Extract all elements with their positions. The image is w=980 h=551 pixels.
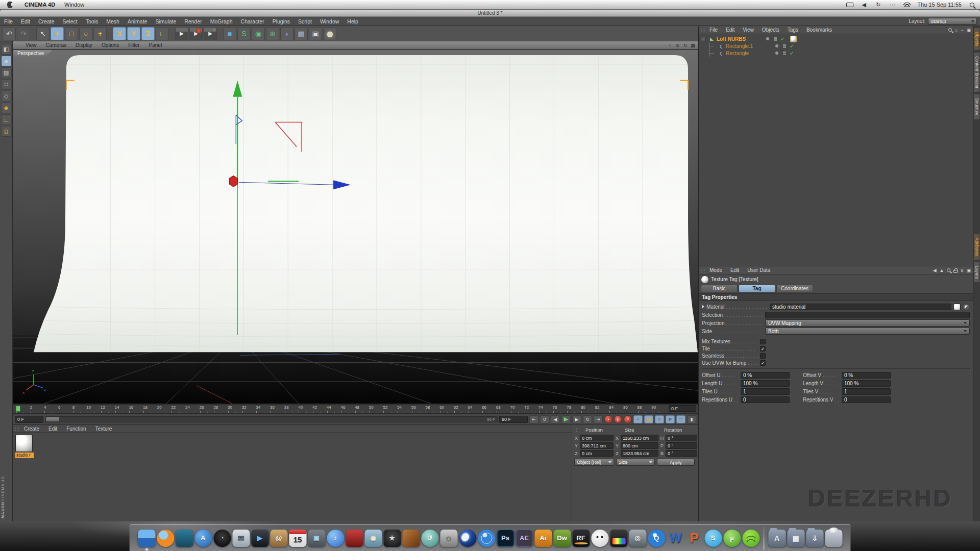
object-row-rectangle[interactable]: Rectangle ✓ [699,49,973,57]
object-tree[interactable]: Loft NURBS ✓ Rectangle.1 [699,34,973,266]
palette-point-mode[interactable]: ∷ [1,79,12,90]
transport-autokeying[interactable]: () [614,415,622,423]
dock-cinema4d[interactable] [459,530,476,547]
tool-render-region[interactable]: ▶ [189,27,203,40]
transport-key-position[interactable]: + [633,415,643,423]
menubar-app-name[interactable]: CINEMA 4D [20,0,60,10]
origin-handle[interactable] [229,176,237,187]
preview-range-slider[interactable]: 90 F [45,416,498,422]
dock-folder-applications[interactable]: A [768,530,786,547]
dock-final-cut-pro[interactable] [610,530,627,547]
position-field[interactable]: 0 cm [580,450,614,457]
rotation-field[interactable]: 0 ° [666,450,697,457]
tool-last-tool[interactable]: + [93,27,107,40]
history-back-icon[interactable]: ◀ [933,268,937,273]
apply-button[interactable]: Apply [657,459,695,466]
search-icon[interactable] [948,28,952,32]
size-field[interactable]: 1160.233 cm [621,435,658,441]
tool-rotate[interactable]: ○ [79,27,92,40]
dock-photo-booth[interactable]: ▣ [308,530,325,547]
dock-word[interactable]: W [667,530,684,547]
dock-dashboard[interactable]: ◔ [213,530,231,547]
pick-arrow-icon[interactable]: ▲ [940,268,944,273]
enabled-check-icon[interactable]: ✓ [780,36,785,42]
panel-grip-icon[interactable] [701,28,705,32]
start-frame-field[interactable]: 0 F [15,416,43,423]
dock-app-store[interactable]: A [194,530,212,547]
transport-key-parameter[interactable]: P [666,415,675,423]
tab-tag[interactable]: Tag [739,285,775,292]
tool-add-nurbs[interactable]: ◉ [252,27,265,40]
dock-itunes[interactable]: ♪ [327,530,344,547]
rotation-field[interactable]: 0 ° [666,435,697,441]
visibility-toggles[interactable] [783,52,786,55]
tool-add-light[interactable]: ◍ [323,27,336,40]
checkbox[interactable] [760,346,766,352]
lock-icon[interactable] [953,270,958,273]
dock-dvd-app[interactable]: ◎ [629,530,646,547]
tool-sep1[interactable] [31,27,35,40]
tool-move[interactable]: + [51,27,64,40]
dock-trash[interactable] [825,530,842,547]
expand-triangle-icon[interactable] [702,305,704,309]
panel-grip-icon[interactable] [15,427,19,431]
viewport-canvas[interactable]: Y x z [13,50,698,404]
tool-undo[interactable]: ↶ [3,27,16,40]
input-menu-icon[interactable]: ⋯ [889,2,896,8]
dock-illustrator[interactable]: Ai [534,530,552,547]
side-select[interactable]: Both [765,328,970,335]
palette-texture-mode[interactable]: ▨ [1,67,12,78]
enabled-check-icon[interactable]: ✓ [790,43,794,49]
position-field[interactable]: 398.712 cm [580,442,614,449]
visibility-toggles[interactable] [783,44,786,48]
menubar-window-menu[interactable]: Window [60,0,89,10]
tool-lock-x[interactable]: X [113,27,126,40]
selection-value[interactable] [765,312,970,318]
tool-add-scene[interactable]: ▦ [295,27,308,40]
dock-imovie[interactable]: ★ [383,530,401,547]
panel-grip-icon[interactable] [701,268,705,272]
size-field[interactable]: 1823.954 cm [621,450,658,457]
transport-record-keyframe[interactable]: • [604,415,612,423]
viewport-nav-pan-view[interactable]: + [667,42,673,48]
texture-tag-icon[interactable] [790,36,797,42]
dock-dreamweaver[interactable]: Dw [553,530,571,547]
dock-realflow[interactable]: RF [572,530,590,547]
pick-material-icon[interactable]: ◤ [963,304,970,310]
dock-mail[interactable]: ✉ [232,530,250,547]
material-thumb-icon[interactable] [953,304,961,310]
dock-folder-documents[interactable]: ▤ [787,530,804,547]
tool-add-modeling[interactable]: ⊕ [266,27,279,40]
palette-axis-mode[interactable]: ∟ [1,114,12,125]
position-field[interactable]: 0 cm [580,435,614,441]
tool-sep2[interactable] [108,27,112,40]
dock-spotify[interactable] [742,530,760,547]
material-value[interactable]: studio material [770,304,951,310]
timeline-ruler[interactable]: 0246810121416182022242628303234363840424… [13,404,698,413]
dock-photoshop[interactable]: Ps [497,530,514,547]
viewport-nav-rotate-view[interactable]: ↻ [682,42,689,48]
dock-iphoto[interactable]: ◉ [364,530,382,547]
perspective-viewport[interactable]: Perspective [13,49,698,404]
transport-prev-key[interactable]: ↺ [540,415,549,423]
dock-time-machine[interactable]: ↺ [421,530,438,547]
home-icon[interactable]: ⌂ [955,28,958,33]
size-field[interactable]: 800 cm [621,442,658,449]
tool-sep4[interactable] [218,27,222,40]
section-header[interactable]: Tag Properties [699,293,973,301]
panel-grip-icon[interactable] [574,428,578,432]
coord-mode-select[interactable]: Object (Rel) [574,459,614,466]
viewport-nav-zoom-view[interactable]: ⊙ [674,42,681,48]
checkbox[interactable] [760,339,766,344]
transport-prev-frame[interactable]: ◀ [551,415,560,423]
dock-safari[interactable] [478,530,495,547]
layer-dot-icon[interactable] [775,52,778,55]
size-mode-select[interactable]: Size [616,459,655,466]
tool-add-camera[interactable]: ▣ [309,27,322,40]
dock-utorrent[interactable]: µ [723,530,741,547]
projection-select[interactable]: UVW Mapping [765,319,970,327]
dock-quicktime-player[interactable]: ▶ [251,530,268,547]
tool-lock-z[interactable]: Z [141,27,155,40]
layer-dot-icon[interactable] [766,37,769,40]
rotation-field[interactable]: 0 ° [666,442,697,449]
